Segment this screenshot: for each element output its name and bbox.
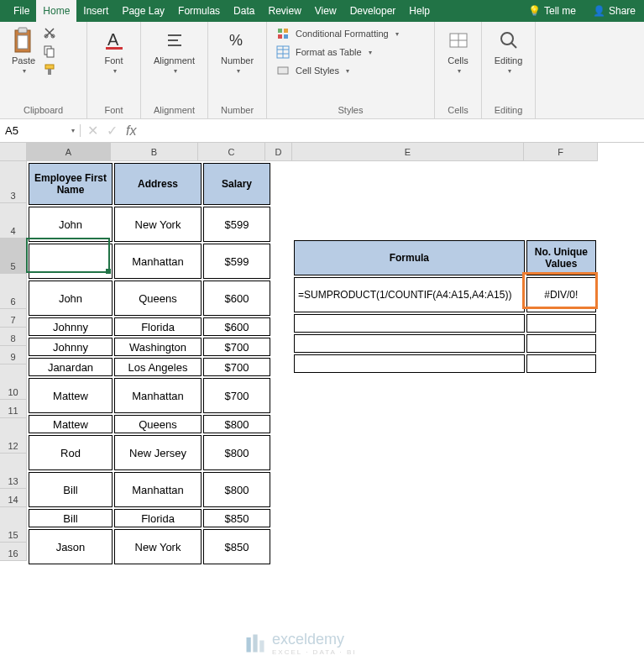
table-cell[interactable]: New York <box>114 207 202 242</box>
cut-icon[interactable] <box>42 25 57 40</box>
row-header-10[interactable]: 10 <box>0 364 27 400</box>
number-button[interactable]: % Number ▾ <box>215 25 259 76</box>
table-cell[interactable] <box>294 354 525 373</box>
table-cell[interactable]: Johnny <box>29 317 113 336</box>
font-button[interactable]: A Font ▾ <box>94 25 134 76</box>
table-cell[interactable]: $850 <box>203 509 270 527</box>
alignment-button[interactable]: Alignment ▾ <box>148 25 201 76</box>
table-cell[interactable]: Bill <box>29 472 113 507</box>
row-header-6[interactable]: 6 <box>0 274 27 309</box>
table-cell[interactable]: John <box>29 281 113 316</box>
table-cell[interactable]: Rod <box>29 435 113 470</box>
table-cell[interactable]: Manhattan <box>114 472 202 507</box>
table-cell[interactable]: #DIV/0! <box>526 277 596 312</box>
table-cell[interactable] <box>294 314 525 333</box>
table-cell[interactable]: Los Angeles <box>114 358 202 376</box>
table-cell[interactable]: $599 <box>203 207 270 242</box>
name-box[interactable]: A5 ▾ <box>0 124 81 137</box>
row-header-5[interactable]: 5 <box>0 239 27 274</box>
table-cell[interactable] <box>526 314 596 333</box>
share-button[interactable]: 👤 Share <box>584 0 644 22</box>
copy-icon[interactable] <box>42 44 57 59</box>
table-cell[interactable]: Bill <box>29 509 113 527</box>
table-cell[interactable]: $599 <box>203 244 270 279</box>
table-header[interactable]: Address <box>114 163 202 205</box>
cells-button[interactable]: Cells ▾ <box>442 25 474 76</box>
tab-review[interactable]: Review <box>261 0 307 22</box>
table-cell[interactable]: $800 <box>203 472 270 507</box>
conditional-formatting-button[interactable]: Conditional Formatting ▾ <box>274 25 427 42</box>
row-header-12[interactable]: 12 <box>0 418 27 454</box>
table-cell[interactable]: Mattew <box>29 415 113 433</box>
table-cell[interactable]: Janardan <box>29 358 113 376</box>
column-header-E[interactable]: E <box>292 143 524 161</box>
row-header-13[interactable]: 13 <box>0 454 27 489</box>
row-header-3[interactable]: 3 <box>0 161 27 203</box>
table-cell[interactable]: Johnny <box>29 338 113 356</box>
table-cell[interactable]: $700 <box>203 358 270 376</box>
table-header[interactable]: Employee First Name <box>29 163 113 205</box>
column-header-D[interactable]: D <box>265 143 292 161</box>
tab-insert[interactable]: Insert <box>76 0 115 22</box>
table-cell[interactable]: Florida <box>114 509 202 527</box>
table-cell[interactable]: $850 <box>203 529 270 564</box>
table-cell[interactable]: New York <box>114 529 202 564</box>
row-header-9[interactable]: 9 <box>0 346 27 364</box>
table-cell[interactable]: Florida <box>114 317 202 336</box>
table-cell[interactable]: John <box>29 207 113 242</box>
clipboard-group-label: Clipboard <box>7 103 80 117</box>
table-cell[interactable]: $800 <box>203 435 270 470</box>
table-cell[interactable]: Mattew <box>29 378 113 413</box>
row-header-4[interactable]: 4 <box>0 203 27 239</box>
table-cell[interactable]: $600 <box>203 281 270 316</box>
table-cell[interactable]: Manhattan <box>114 244 202 279</box>
table-cell[interactable]: Washington <box>114 338 202 356</box>
format-as-table-button[interactable]: Format as Table ▾ <box>274 44 427 60</box>
column-header-B[interactable]: B <box>111 143 198 161</box>
column-header-A[interactable]: A <box>27 143 111 161</box>
tell-me-search[interactable]: 💡 Tell me <box>520 0 584 22</box>
tab-formulas[interactable]: Formulas <box>171 0 227 22</box>
table-header[interactable]: No. Unique Values <box>526 240 596 275</box>
row-header-15[interactable]: 15 <box>0 507 27 543</box>
fx-icon[interactable]: fx <box>126 123 136 139</box>
row-header-16[interactable]: 16 <box>0 543 27 561</box>
row-header-14[interactable]: 14 <box>0 489 27 507</box>
formula-table[interactable]: FormulaNo. Unique Values=SUMPRODUCT(1/CO… <box>292 239 598 375</box>
tab-help[interactable]: Help <box>402 0 437 22</box>
table-cell[interactable]: =SUMPRODUCT(1/COUNTIF(A4:A15,A4:A15)) <box>294 277 525 312</box>
table-cell[interactable] <box>29 244 113 279</box>
table-cell[interactable] <box>526 334 596 353</box>
row-header-11[interactable]: 11 <box>0 400 27 418</box>
row-header-8[interactable]: 8 <box>0 328 27 346</box>
employee-table[interactable]: Employee First NameAddressSalaryJohnNew … <box>27 161 272 566</box>
select-all-corner[interactable] <box>0 143 27 161</box>
table-cell[interactable] <box>526 354 596 373</box>
tab-data[interactable]: Data <box>227 0 261 22</box>
table-cell[interactable] <box>294 334 525 353</box>
column-header-C[interactable]: C <box>198 143 265 161</box>
watermark-name: exceldemy <box>272 631 357 648</box>
tab-file[interactable]: File <box>7 0 36 22</box>
row-header-7[interactable]: 7 <box>0 309 27 328</box>
table-cell[interactable]: $800 <box>203 415 270 433</box>
tab-view[interactable]: View <box>308 0 343 22</box>
table-cell[interactable]: $700 <box>203 378 270 413</box>
tab-home[interactable]: Home <box>36 0 76 22</box>
editing-button[interactable]: Editing ▾ <box>489 25 528 76</box>
table-cell[interactable]: Queens <box>114 281 202 316</box>
table-cell[interactable]: $600 <box>203 317 270 336</box>
table-header[interactable]: Formula <box>294 240 525 275</box>
table-cell[interactable]: Queens <box>114 415 202 433</box>
table-cell[interactable]: Manhattan <box>114 378 202 413</box>
tab-developer[interactable]: Developer <box>343 0 403 22</box>
format-painter-icon[interactable] <box>42 62 57 77</box>
table-header[interactable]: Salary <box>203 163 270 205</box>
table-cell[interactable]: New Jersey <box>114 435 202 470</box>
paste-button[interactable]: Paste ▾ <box>7 25 40 77</box>
tab-page-layout[interactable]: Page Lay <box>115 0 171 22</box>
table-cell[interactable]: Jason <box>29 529 113 564</box>
table-cell[interactable]: $700 <box>203 338 270 356</box>
cell-styles-button[interactable]: Cell Styles ▾ <box>274 62 427 79</box>
column-header-F[interactable]: F <box>524 143 598 161</box>
